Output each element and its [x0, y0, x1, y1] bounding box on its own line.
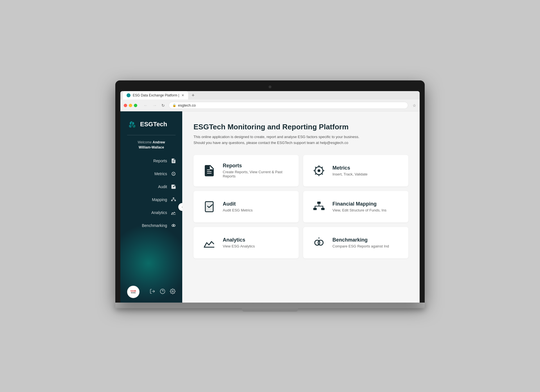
user-badge: NASB INSIDE: [127, 286, 140, 298]
logout-icon[interactable]: [150, 289, 155, 296]
cards-grid: Reports Create Reports, View Current & P…: [194, 155, 408, 258]
card-benchmarking-desc: Compare ESG Reports against Ind: [332, 244, 400, 248]
card-analytics-content: Analytics View ESG Analytics: [223, 237, 291, 248]
card-reports-content: Reports Create Reports, View Current & P…: [223, 163, 291, 178]
card-benchmarking[interactable]: Benchmarking Compare ESG Reports against…: [303, 227, 408, 258]
card-financial-mapping[interactable]: Financial Mapping View, Edit Structure o…: [303, 191, 408, 222]
card-reports-icon: [201, 163, 217, 179]
page-header: ESGTech Monitoring and Reporting Platfor…: [194, 123, 408, 146]
benchmarking-icon: [170, 222, 177, 229]
card-benchmarking-icon: [311, 235, 327, 251]
sidebar-item-metrics[interactable]: Metrics: [120, 167, 182, 180]
sidebar-item-benchmarking[interactable]: Benchmarking: [120, 219, 182, 232]
sidebar-divider: [127, 135, 176, 135]
card-financial-mapping-icon: [311, 199, 327, 215]
sidebar-item-mapping[interactable]: Mapping: [120, 193, 182, 206]
card-benchmarking-title: Benchmarking: [332, 237, 400, 243]
analytics-icon: [170, 209, 177, 216]
sidebar-bottom: NASB INSIDE: [120, 281, 182, 303]
macbook-base: [115, 303, 425, 308]
sidebar-item-mapping-label: Mapping: [152, 197, 167, 202]
card-metrics-desc: Insert, Track, Validate: [332, 172, 400, 176]
logo-text: ESGTech: [140, 121, 167, 128]
metrics-icon: [170, 171, 177, 177]
card-reports-desc: Create Reports, View Current & Past Repo…: [223, 170, 291, 178]
macbook-frame: ESG Data Exchange Platform | ✕ + ← → ↻: [115, 80, 425, 312]
sidebar-item-benchmarking-label: Benchmarking: [142, 223, 167, 228]
welcome-text: Welcome AndrewWilliam-Wallace: [120, 140, 182, 154]
card-analytics-title: Analytics: [223, 237, 291, 243]
forward-button[interactable]: →: [151, 102, 159, 109]
browser-tab[interactable]: ESG Data Exchange Platform | ✕: [123, 91, 188, 100]
card-metrics-icon: [311, 163, 327, 179]
sidebar-logo: ESGTech: [120, 111, 182, 135]
address-url: esgtech.co: [178, 103, 196, 107]
audit-icon: [170, 184, 177, 190]
card-audit[interactable]: Audit Audit ESG Metrics: [194, 191, 299, 222]
svg-point-19: [318, 240, 323, 245]
svg-point-9: [172, 290, 174, 292]
minimize-window-button[interactable]: [129, 104, 132, 107]
svg-rect-12: [205, 202, 213, 212]
card-reports[interactable]: Reports Create Reports, View Current & P…: [194, 155, 299, 186]
mapping-icon: [170, 197, 177, 203]
svg-rect-3: [173, 198, 174, 199]
card-metrics-content: Metrics Insert, Track, Validate: [332, 165, 400, 176]
card-audit-title: Audit: [223, 201, 291, 207]
sidebar-item-analytics[interactable]: Analytics: [120, 206, 182, 219]
screen-bezel: ESG Data Exchange Platform | ✕ + ← → ↻: [115, 80, 425, 303]
sidebar-item-audit[interactable]: Audit: [120, 180, 182, 193]
card-audit-content: Audit Audit ESG Metrics: [223, 201, 291, 212]
browser-window: ESG Data Exchange Platform | ✕ + ← → ↻: [120, 91, 420, 303]
settings-icon[interactable]: [170, 289, 176, 296]
card-financial-mapping-title: Financial Mapping: [332, 201, 400, 207]
tab-favicon: [127, 93, 130, 97]
card-analytics-desc: View ESG Analytics: [223, 244, 291, 248]
esgtech-logo-icon: [127, 119, 137, 129]
traffic-lights: [124, 104, 137, 107]
card-reports-title: Reports: [223, 163, 291, 169]
address-bar[interactable]: 🔒 esgtech.co: [169, 102, 408, 109]
refresh-button[interactable]: ↻: [160, 102, 166, 109]
bookmark-icon[interactable]: ☆: [413, 103, 416, 108]
card-benchmarking-content: Benchmarking Compare ESG Reports against…: [332, 237, 400, 248]
svg-rect-4: [171, 200, 173, 201]
card-analytics-icon: [201, 235, 217, 251]
maximize-window-button[interactable]: [134, 104, 137, 107]
card-financial-mapping-desc: View, Edit Structure of Funds, Ins: [332, 208, 400, 212]
reports-icon: [170, 158, 177, 164]
card-audit-icon: [201, 199, 217, 215]
welcome-prefix: Welcome: [138, 140, 152, 144]
help-icon[interactable]: [160, 289, 165, 296]
new-tab-button[interactable]: +: [189, 91, 197, 100]
svg-point-10: [318, 169, 320, 172]
sidebar-item-audit-label: Audit: [158, 184, 167, 189]
sidebar-item-reports-label: Reports: [153, 159, 167, 163]
bottom-icons: [150, 289, 176, 296]
svg-rect-5: [174, 200, 176, 201]
nav-buttons: ← → ↻: [142, 102, 166, 109]
card-financial-mapping-content: Financial Mapping View, Edit Structure o…: [332, 201, 400, 212]
page-description: This online application is designed to c…: [194, 134, 390, 146]
tab-title: ESG Data Exchange Platform |: [133, 93, 179, 97]
sidebar-item-analytics-label: Analytics: [151, 210, 167, 215]
back-button[interactable]: ←: [142, 102, 150, 109]
page-title: ESGTech Monitoring and Reporting Platfor…: [194, 123, 408, 131]
card-audit-desc: Audit ESG Metrics: [223, 208, 291, 212]
svg-rect-15: [313, 208, 317, 210]
card-metrics-title: Metrics: [332, 165, 400, 171]
macbook-stand: [242, 308, 298, 312]
browser-chrome: ← → ↻ 🔒 esgtech.co ☆: [120, 100, 420, 111]
card-metrics[interactable]: Metrics Insert, Track, Validate: [303, 155, 408, 186]
app-layout: ESGTech Welcome AndrewWilliam-Wallace Re…: [120, 111, 420, 303]
tab-close-button[interactable]: ✕: [181, 93, 184, 97]
tab-bar: ESG Data Exchange Platform | ✕ +: [120, 91, 420, 100]
close-window-button[interactable]: [124, 104, 127, 107]
card-analytics[interactable]: Analytics View ESG Analytics: [194, 227, 299, 258]
svg-rect-14: [317, 202, 321, 204]
sidebar-item-reports[interactable]: Reports: [120, 154, 182, 167]
svg-point-1: [173, 173, 174, 174]
main-content: ESGTech Monitoring and Reporting Platfor…: [182, 111, 420, 303]
lock-icon: 🔒: [172, 103, 176, 107]
sidebar: ESGTech Welcome AndrewWilliam-Wallace Re…: [120, 111, 182, 303]
